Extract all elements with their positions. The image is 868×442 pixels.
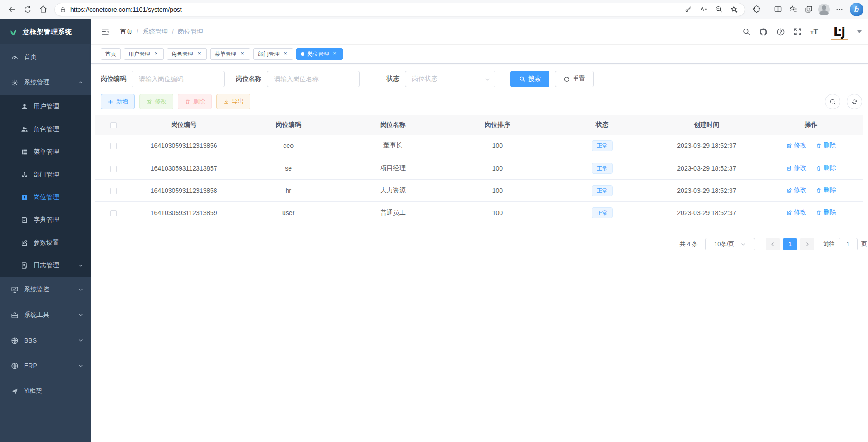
org-tree-icon	[21, 171, 28, 178]
post-code-input[interactable]	[132, 71, 225, 87]
help-icon[interactable]	[776, 28, 785, 36]
cell-post-id: 1641030593112313859	[132, 201, 236, 224]
browser-refresh-button[interactable]	[20, 3, 35, 16]
status-select[interactable]: 岗位状态	[405, 71, 495, 87]
row-delete-link[interactable]: 删除	[816, 208, 836, 216]
prev-page-button[interactable]	[766, 238, 780, 250]
export-button[interactable]: 导出	[216, 94, 250, 109]
table-row[interactable]: 1641030593112313856 ceo 董事长 100 正常 2023-…	[95, 135, 863, 157]
tab-close-icon[interactable]: ×	[282, 51, 289, 57]
post-name-input[interactable]	[267, 71, 360, 87]
sidebar-item-user-management[interactable]: 用户管理	[0, 95, 91, 118]
github-icon[interactable]	[759, 28, 768, 36]
sidebar-item-dept-management[interactable]: 部门管理	[0, 163, 91, 186]
row-edit-link[interactable]: 修改	[786, 142, 807, 150]
sidebar-item-system-tools[interactable]: 系统工具	[0, 302, 91, 328]
globe-icon	[11, 362, 19, 370]
add-favorite-icon[interactable]	[726, 3, 742, 16]
address-bar[interactable]: https://ccnetcore.com:1101/system/post	[54, 3, 745, 16]
sidebar-item-bbs[interactable]: BBS	[0, 328, 91, 353]
fullscreen-icon[interactable]	[794, 28, 802, 36]
zoom-out-icon[interactable]	[711, 3, 726, 16]
refresh-table-button[interactable]	[847, 94, 862, 109]
sidebar-item-yi-framework[interactable]: Yi框架	[0, 378, 91, 404]
header-search-icon[interactable]	[742, 28, 750, 36]
sidebar-item-erp[interactable]: ERP	[0, 353, 91, 378]
table-row[interactable]: 1641030593112313857 se 项目经理 100 正常 2023-…	[95, 157, 863, 179]
breadcrumb-home[interactable]: 首页	[120, 28, 132, 36]
sidebar-item-log-management[interactable]: 日志管理	[0, 254, 91, 277]
favorites-icon[interactable]	[785, 3, 801, 16]
row-delete-link[interactable]: 删除	[816, 186, 836, 194]
log-file-icon	[21, 262, 28, 269]
tab-close-icon[interactable]: ×	[332, 51, 338, 57]
cell-post-sort: 100	[445, 157, 549, 179]
trash-icon	[816, 165, 822, 171]
row-checkbox[interactable]	[110, 143, 117, 149]
plus-icon	[108, 99, 113, 105]
sidebar-item-post-management[interactable]: 岗位管理	[0, 186, 91, 209]
row-delete-link[interactable]: 删除	[816, 142, 836, 150]
goto-page-input[interactable]	[839, 238, 858, 250]
browser-back-button[interactable]	[5, 3, 20, 16]
page-size-select[interactable]: 10条/页	[705, 238, 755, 250]
row-checkbox[interactable]	[110, 188, 117, 194]
tab-user-management[interactable]: 用户管理×	[124, 48, 164, 60]
leaf-logo-icon	[8, 27, 18, 37]
password-key-icon[interactable]	[680, 3, 696, 16]
show-search-toggle-button[interactable]	[825, 94, 840, 109]
page-number-1[interactable]: 1	[783, 238, 797, 250]
collections-icon[interactable]	[801, 3, 816, 16]
app-logo[interactable]: 意框架管理系统	[0, 19, 91, 44]
row-checkbox[interactable]	[110, 166, 117, 172]
browser-menu-icon[interactable]	[832, 3, 847, 16]
add-button[interactable]: 新增	[101, 94, 135, 109]
next-page-button[interactable]	[800, 238, 814, 250]
page-unit-label: 页	[861, 240, 867, 248]
browser-home-button[interactable]	[35, 3, 51, 16]
edit-button[interactable]: 修改	[139, 94, 173, 109]
tab-close-icon[interactable]: ×	[196, 51, 202, 57]
read-aloud-icon[interactable]	[696, 3, 711, 16]
browser-profile-avatar[interactable]	[816, 3, 832, 16]
edit-icon	[146, 99, 152, 105]
row-checkbox[interactable]	[110, 210, 117, 216]
sidebar-item-dict-management[interactable]: 字典管理	[0, 209, 91, 231]
tab-home[interactable]: 首页	[101, 48, 121, 60]
table-row[interactable]: 1641030593112313859 user 普通员工 100 正常 202…	[95, 201, 863, 224]
sidebar-item-label: BBS	[24, 337, 37, 344]
sidebar-item-menu-management[interactable]: 菜单管理	[0, 141, 91, 163]
row-delete-link[interactable]: 删除	[816, 164, 836, 172]
tab-close-icon[interactable]: ×	[153, 51, 159, 57]
sidebar-item-role-management[interactable]: 角色管理	[0, 118, 91, 141]
reset-button[interactable]: 重置	[555, 71, 594, 87]
sidebar-item-system-management[interactable]: 系统管理	[0, 70, 91, 95]
row-edit-link[interactable]: 修改	[786, 208, 807, 216]
url-text[interactable]: https://ccnetcore.com:1101/system/post	[70, 6, 680, 13]
search-button[interactable]: 搜索	[510, 71, 549, 87]
bing-chat-icon[interactable]: b	[850, 3, 863, 16]
extensions-icon[interactable]	[749, 3, 764, 16]
delete-button[interactable]: 删除	[178, 94, 212, 109]
table-row[interactable]: 1641030593112313858 hr 人力资源 100 正常 2023-…	[95, 179, 863, 201]
row-edit-link[interactable]: 修改	[786, 186, 807, 194]
sidebar-item-system-monitor[interactable]: 系统监控	[0, 277, 91, 302]
split-screen-icon[interactable]	[770, 3, 785, 16]
tab-close-icon[interactable]: ×	[239, 51, 245, 57]
user-avatar[interactable]: Ŀj	[831, 24, 848, 40]
sidebar-item-param-settings[interactable]: 参数设置	[0, 231, 91, 254]
row-edit-link[interactable]: 修改	[786, 164, 807, 172]
tab-dept-management[interactable]: 部门管理×	[253, 48, 293, 60]
tab-post-management[interactable]: 岗位管理×	[296, 48, 343, 60]
collapse-sidebar-icon[interactable]	[101, 27, 110, 36]
sidebar-item-home[interactable]: 首页	[0, 44, 91, 70]
post-badge-icon	[21, 194, 28, 201]
select-all-checkbox[interactable]	[110, 122, 117, 128]
font-size-icon[interactable]: TT	[810, 28, 818, 36]
tab-role-management[interactable]: 角色管理×	[167, 48, 207, 60]
column-header: 岗位排序	[445, 115, 549, 135]
user-menu-caret-icon[interactable]	[857, 30, 862, 33]
cell-post-code: se	[236, 157, 340, 179]
tab-menu-management[interactable]: 菜单管理×	[210, 48, 250, 60]
cell-post-id: 1641030593112313858	[132, 179, 236, 201]
